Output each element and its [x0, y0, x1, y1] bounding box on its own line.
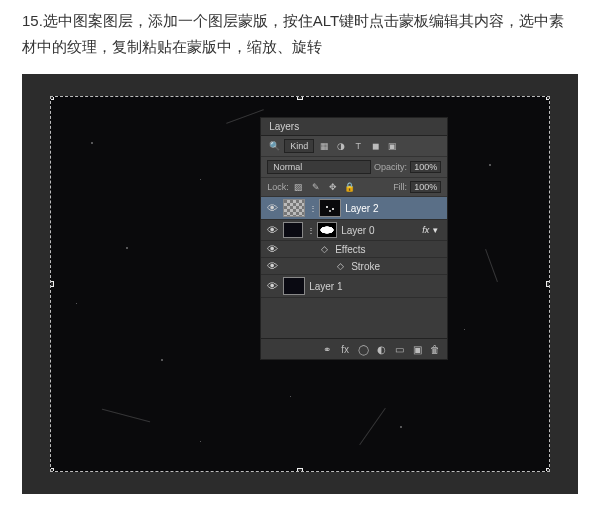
- chevron-down-icon[interactable]: ▾: [433, 225, 443, 235]
- adjustment-icon[interactable]: ◐: [373, 342, 389, 356]
- lock-move-icon[interactable]: ✥: [326, 181, 340, 193]
- opacity-label: Opacity:: [374, 162, 407, 172]
- lock-paint-icon[interactable]: ✎: [309, 181, 323, 193]
- mask-link-icon[interactable]: ⋮: [307, 226, 313, 235]
- stroke-row[interactable]: 👁 ◇ Stroke: [261, 258, 447, 275]
- filter-kind-dropdown[interactable]: Kind: [284, 139, 314, 153]
- fx-icon[interactable]: fx: [337, 342, 353, 356]
- filter-pixel-icon[interactable]: ▦: [317, 140, 331, 152]
- mask-thumb[interactable]: [319, 199, 341, 217]
- link-layers-icon[interactable]: ⚭: [319, 342, 335, 356]
- lock-all-icon[interactable]: 🔒: [343, 181, 357, 193]
- mask-icon[interactable]: ◯: [355, 342, 371, 356]
- blend-row: Normal Opacity: 100%: [261, 157, 447, 178]
- transform-handle[interactable]: [546, 468, 550, 472]
- layer-row-layer2[interactable]: 👁 ⋮ Layer 2: [261, 197, 447, 220]
- fill-value[interactable]: 100%: [410, 181, 441, 193]
- layer-name[interactable]: Layer 0: [341, 225, 414, 236]
- layer-row-layer1[interactable]: 👁 Layer 1: [261, 275, 447, 298]
- photoshop-workspace: Layers 🔍 Kind ▦ ◑ T ◼ ▣ Normal Opacity: …: [22, 74, 578, 494]
- transform-handle[interactable]: [297, 468, 303, 472]
- layer-thumb[interactable]: [283, 199, 305, 217]
- layers-panel[interactable]: Layers 🔍 Kind ▦ ◑ T ◼ ▣ Normal Opacity: …: [260, 117, 448, 360]
- disclosure-icon[interactable]: ◇: [337, 261, 347, 271]
- panel-title[interactable]: Layers: [261, 118, 447, 136]
- transform-handle[interactable]: [297, 96, 303, 100]
- canvas-texture[interactable]: Layers 🔍 Kind ▦ ◑ T ◼ ▣ Normal Opacity: …: [50, 96, 550, 472]
- tutorial-step: 15.选中图案图层，添加一个图层蒙版，按住ALT键时点击蒙板编辑其内容，选中素材…: [0, 0, 600, 60]
- filter-type-icon[interactable]: T: [351, 140, 365, 152]
- group-icon[interactable]: ▭: [391, 342, 407, 356]
- lock-row: Lock: ▨ ✎ ✥ 🔒 Fill: 100%: [261, 178, 447, 197]
- effects-row[interactable]: 👁 ◇ Effects: [261, 241, 447, 258]
- fill-label: Fill:: [393, 182, 407, 192]
- transform-handle[interactable]: [546, 281, 550, 287]
- layer-thumb[interactable]: [283, 277, 305, 295]
- fx-indicator[interactable]: fx: [422, 225, 429, 235]
- new-layer-icon[interactable]: ▣: [409, 342, 425, 356]
- mask-thumb[interactable]: [317, 222, 337, 238]
- disclosure-icon[interactable]: ◇: [321, 244, 331, 254]
- filter-adjust-icon[interactable]: ◑: [334, 140, 348, 152]
- search-icon: 🔍: [267, 140, 281, 152]
- visibility-icon[interactable]: 👁: [265, 280, 279, 292]
- panel-footer: ⚭ fx ◯ ◐ ▭ ▣ 🗑: [261, 338, 447, 359]
- visibility-icon[interactable]: 👁: [265, 260, 279, 272]
- step-text: 15.选中图案图层，添加一个图层蒙版，按住ALT键时点击蒙板编辑其内容，选中素材…: [22, 8, 578, 60]
- transform-handle[interactable]: [50, 96, 54, 100]
- effects-label: Effects: [335, 244, 443, 255]
- visibility-icon[interactable]: 👁: [265, 243, 279, 255]
- layer-thumb[interactable]: [283, 222, 303, 238]
- blend-mode-dropdown[interactable]: Normal: [267, 160, 371, 174]
- stroke-label: Stroke: [351, 261, 443, 272]
- filter-row: 🔍 Kind ▦ ◑ T ◼ ▣: [261, 136, 447, 157]
- lock-label: Lock:: [267, 182, 289, 192]
- opacity-value[interactable]: 100%: [410, 161, 441, 173]
- layer-row-layer0[interactable]: 👁 ⋮ Layer 0 fx ▾: [261, 220, 447, 241]
- filter-shape-icon[interactable]: ◼: [368, 140, 382, 152]
- transform-handle[interactable]: [50, 281, 54, 287]
- layers-list: 👁 ⋮ Layer 2 👁 ⋮ Layer 0 fx ▾ 👁: [261, 197, 447, 338]
- visibility-icon[interactable]: 👁: [265, 202, 279, 214]
- transform-handle[interactable]: [546, 96, 550, 100]
- filter-smart-icon[interactable]: ▣: [385, 140, 399, 152]
- mask-link-icon[interactable]: ⋮: [309, 204, 315, 213]
- layer-name[interactable]: Layer 2: [345, 203, 443, 214]
- visibility-icon[interactable]: 👁: [265, 224, 279, 236]
- transform-handle[interactable]: [50, 468, 54, 472]
- lock-transparency-icon[interactable]: ▨: [292, 181, 306, 193]
- layer-name[interactable]: Layer 1: [309, 281, 443, 292]
- delete-icon[interactable]: 🗑: [427, 342, 443, 356]
